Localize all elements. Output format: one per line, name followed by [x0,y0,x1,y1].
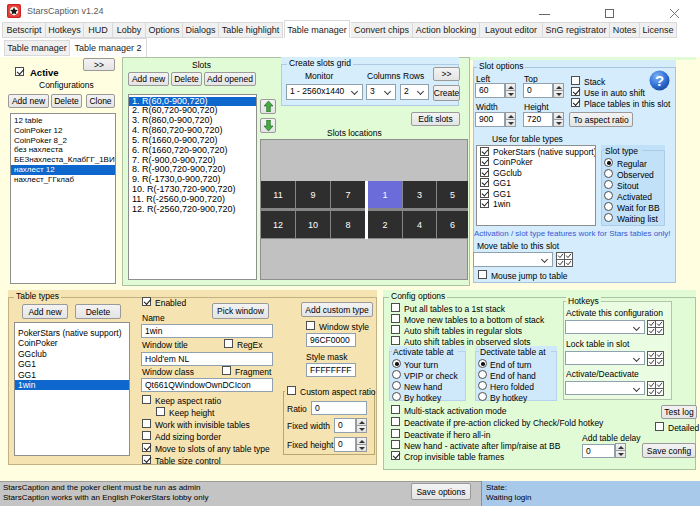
svg-text:?: ? [655,72,664,89]
